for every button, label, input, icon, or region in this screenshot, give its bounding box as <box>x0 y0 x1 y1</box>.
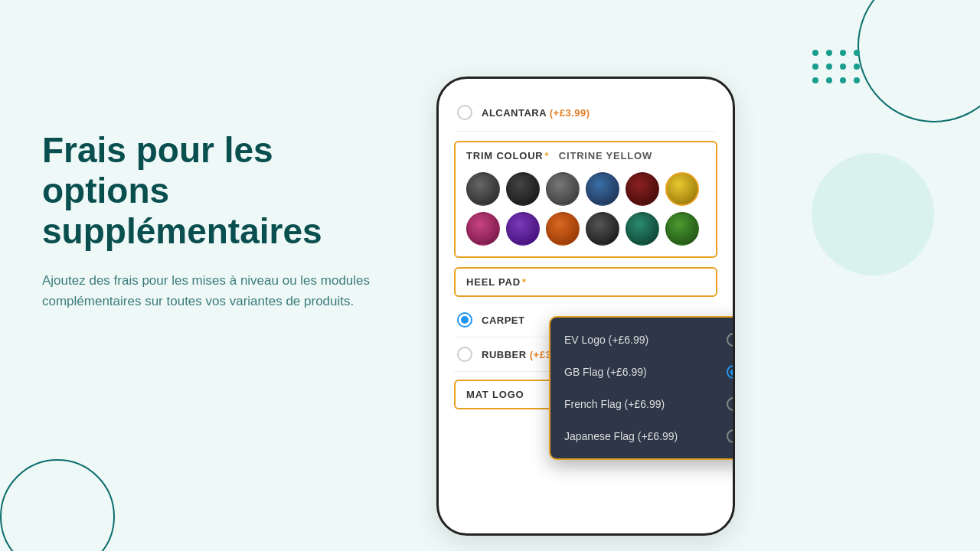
heel-pad-section: HEEL PAD* <box>454 267 717 297</box>
phone-content: ALCANTARA (+£3.99) TRIM COLOUR* CITRINE … <box>439 79 733 533</box>
rubber-radio[interactable] <box>457 347 472 362</box>
dropdown-popup: EV Logo (+£6.99) GB Flag (+£6.99) French… <box>549 316 735 460</box>
dropdown-radio-gb-flag[interactable] <box>727 365 735 379</box>
dropdown-item-japanese-flag[interactable]: Japanese Flag (+£6.99) <box>550 420 735 452</box>
dropdown-label-gb-flag: GB Flag (+£6.99) <box>564 366 647 378</box>
swatch-purple[interactable] <box>506 212 540 246</box>
decorative-circle-bottom-left <box>0 459 115 551</box>
decorative-circle-mid-right <box>812 153 934 276</box>
swatch-black2[interactable] <box>586 212 619 246</box>
carpet-radio[interactable] <box>457 312 472 328</box>
dropdown-label-ev-logo: EV Logo (+£6.99) <box>564 334 648 346</box>
heel-pad-header: HEEL PAD* <box>456 269 716 295</box>
dot-grid <box>812 50 861 85</box>
alcantara-radio[interactable] <box>457 105 472 120</box>
swatch-orange[interactable] <box>546 212 580 246</box>
swatch-pink[interactable] <box>466 212 500 246</box>
swatch-blue[interactable] <box>586 172 619 206</box>
dropdown-item-french-flag[interactable]: French Flag (+£6.99) <box>550 388 735 420</box>
swatch-teal[interactable] <box>626 212 659 246</box>
alcantara-label: ALCANTARA (+£3.99) <box>482 107 590 119</box>
dropdown-label-japanese-flag: Japanese Flag (+£6.99) <box>564 430 678 442</box>
dropdown-item-gb-flag[interactable]: GB Flag (+£6.99) <box>550 356 735 388</box>
swatch-dark[interactable] <box>506 172 540 206</box>
swatch-gray[interactable] <box>546 172 580 206</box>
sub-text: Ajoutez des frais pour les mises à nivea… <box>42 270 394 311</box>
swatch-yellow[interactable] <box>665 172 699 206</box>
main-heading: Frais pour les options supplémentaires <box>42 130 394 252</box>
alcantara-option[interactable]: ALCANTARA (+£3.99) <box>454 94 717 132</box>
swatch-red[interactable] <box>626 172 659 206</box>
dropdown-item-ev-logo[interactable]: EV Logo (+£6.99) <box>550 324 735 356</box>
trim-colour-header: TRIM COLOUR* CITRINE YELLOW <box>456 142 716 169</box>
trim-colour-section: TRIM COLOUR* CITRINE YELLOW <box>454 141 717 258</box>
decorative-circle-top-right <box>858 0 980 122</box>
dropdown-radio-ev-logo[interactable] <box>727 333 735 347</box>
color-swatches <box>456 169 716 256</box>
swatch-green[interactable] <box>665 212 699 246</box>
dropdown-radio-french-flag[interactable] <box>727 397 735 411</box>
dropdown-radio-japanese-flag[interactable] <box>727 429 735 443</box>
phone-mockup: ALCANTARA (+£3.99) TRIM COLOUR* CITRINE … <box>436 77 735 536</box>
swatch-charcoal[interactable] <box>466 172 500 206</box>
left-content: Frais pour les options supplémentaires A… <box>42 130 394 311</box>
dropdown-label-french-flag: French Flag (+£6.99) <box>564 398 665 410</box>
carpet-label: CARPET <box>482 315 524 326</box>
